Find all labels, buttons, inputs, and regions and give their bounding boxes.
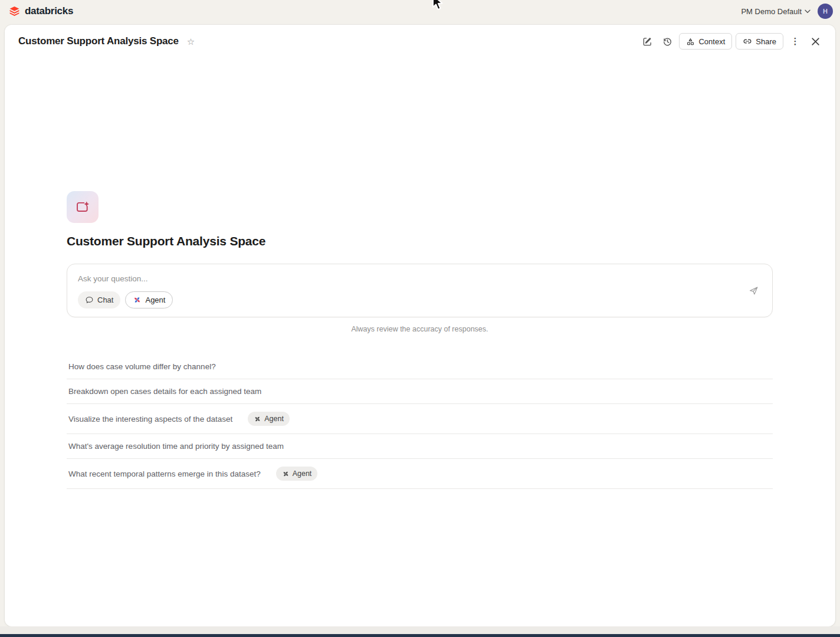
chat-mode-chip[interactable]: Chat xyxy=(78,291,120,308)
share-button[interactable]: Share xyxy=(736,33,783,50)
more-menu-button[interactable]: ⋮ xyxy=(787,33,803,50)
agent-badge: Agent xyxy=(276,467,318,481)
suggested-question-text: Visualize the interesting aspects of the… xyxy=(68,415,232,423)
suggested-question-text: What's average resolution time and prior… xyxy=(68,442,284,451)
send-button[interactable] xyxy=(744,281,763,300)
question-composer[interactable]: Chat Agent xyxy=(67,264,773,317)
agent-pinwheel-icon xyxy=(282,470,290,478)
agent-badge-label: Agent xyxy=(293,469,312,478)
accuracy-disclaimer: Always review the accuracy of responses. xyxy=(67,325,773,333)
suggested-question-row[interactable]: Breakdown open cases details for each as… xyxy=(67,379,773,404)
workspace-switcher[interactable]: PM Demo Default xyxy=(741,7,811,16)
agent-badge-label: Agent xyxy=(264,415,284,423)
space-icon-tile xyxy=(67,191,99,223)
space-title: Customer Support Analysis Space xyxy=(67,234,773,248)
history-button[interactable] xyxy=(659,33,675,50)
bottom-strip xyxy=(0,626,840,634)
close-icon xyxy=(811,37,820,46)
suggested-question-row[interactable]: How does case volume differ by channel? xyxy=(67,354,773,379)
bottom-edge-line xyxy=(0,634,840,637)
chat-bubble-icon xyxy=(85,295,94,304)
context-hierarchy-icon xyxy=(686,37,695,46)
chevron-down-icon xyxy=(805,9,811,14)
top-bar: databricks PM Demo Default H xyxy=(0,0,840,22)
panel-title: Customer Support Analysis Space xyxy=(18,35,179,47)
databricks-logo[interactable]: databricks xyxy=(8,5,73,18)
agent-mode-chip[interactable]: Agent xyxy=(125,291,173,308)
agent-pinwheel-icon xyxy=(254,415,261,423)
chat-chip-label: Chat xyxy=(97,295,113,304)
context-button[interactable]: Context xyxy=(679,33,732,50)
history-clock-icon xyxy=(662,37,672,47)
space-panel: Customer Support Analysis Space ☆ xyxy=(5,25,835,626)
agent-pinwheel-icon xyxy=(133,295,142,304)
suggested-question-text: Breakdown open cases details for each as… xyxy=(68,387,261,396)
agent-badge: Agent xyxy=(248,412,290,426)
paper-plane-icon xyxy=(748,285,759,296)
context-button-label: Context xyxy=(698,37,725,46)
genie-space-icon xyxy=(75,199,91,215)
suggested-question-row[interactable]: What's average resolution time and prior… xyxy=(67,434,773,459)
avatar[interactable]: H xyxy=(818,4,833,19)
favorite-star-icon[interactable]: ☆ xyxy=(187,37,195,46)
share-link-icon xyxy=(743,37,752,46)
edit-icon xyxy=(642,37,652,47)
question-input[interactable] xyxy=(78,272,625,284)
databricks-wordmark: databricks xyxy=(25,5,73,17)
workspace-name: PM Demo Default xyxy=(741,7,802,16)
suggested-questions-list: How does case volume differ by channel?B… xyxy=(67,354,773,489)
suggested-question-text: What recent temporal patterns emerge in … xyxy=(68,469,261,478)
suggested-question-row[interactable]: What recent temporal patterns emerge in … xyxy=(67,459,773,489)
suggested-question-row[interactable]: Visualize the interesting aspects of the… xyxy=(67,404,773,434)
close-button[interactable] xyxy=(807,33,823,50)
agent-chip-label: Agent xyxy=(145,295,165,304)
share-button-label: Share xyxy=(756,37,776,46)
suggested-question-text: How does case volume differ by channel? xyxy=(68,362,216,371)
edit-button[interactable] xyxy=(639,33,655,50)
kebab-icon: ⋮ xyxy=(791,36,800,47)
databricks-bricks-icon xyxy=(8,5,21,18)
panel-header: Customer Support Analysis Space ☆ xyxy=(5,25,835,53)
